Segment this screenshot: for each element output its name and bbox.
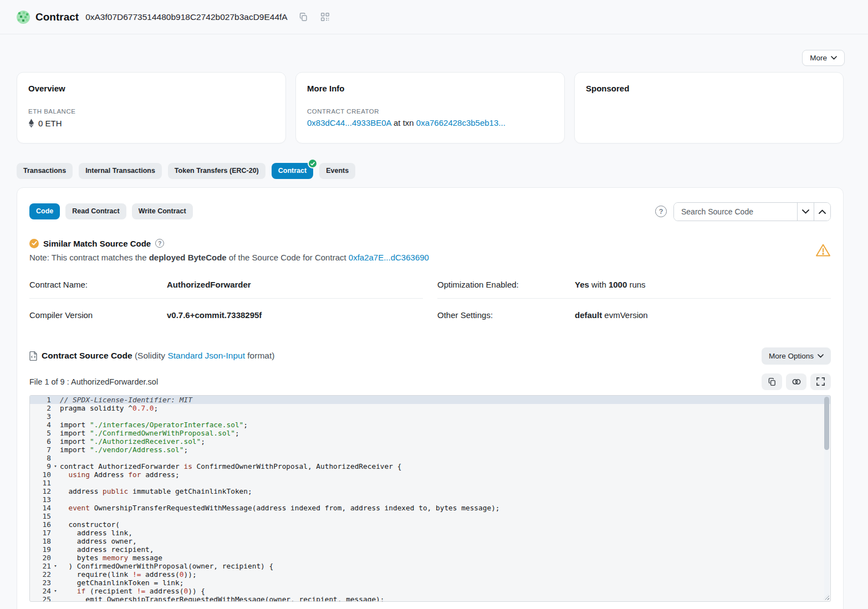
fold-arrow[interactable]: ▾ — [51, 562, 60, 570]
creator-address-link[interactable]: 0x83dC44...4933BE0A — [307, 118, 391, 127]
code-text: address owner, — [60, 537, 137, 545]
overview-card-title: Overview — [28, 84, 274, 93]
tab-label: Contract — [278, 167, 307, 175]
qr-code-button[interactable] — [319, 11, 331, 23]
fold-slot — [51, 446, 60, 454]
code-line: 23 getChainlinkToken = link; — [30, 579, 830, 587]
qr-icon — [320, 12, 330, 22]
code-line: 20 bytes memory message — [30, 554, 830, 562]
copy-source-button[interactable] — [762, 373, 782, 390]
more-button-label: More — [810, 54, 827, 62]
fold-arrow[interactable]: ▾ — [51, 462, 60, 470]
more-options-button[interactable]: More Options — [762, 347, 831, 365]
similar-match-block: Similar Match Source Code ? Note: This c… — [29, 239, 429, 262]
search-prev-button[interactable] — [814, 203, 830, 221]
tab-contract[interactable]: Contract — [272, 163, 313, 179]
code-line: 16 constructor( — [30, 520, 830, 529]
contract-address: 0xA3f07D6773514480b918C2742b027b3acD9E44… — [85, 12, 288, 22]
more-info-card: More Info CONTRACT CREATOR 0x83dC44...49… — [295, 72, 565, 144]
code-text: using Address for address; — [60, 470, 180, 479]
line-number: 7 — [30, 446, 51, 454]
link-icon — [792, 378, 801, 386]
code-line: 22 require(link != address(0)); — [30, 570, 830, 579]
line-number: 9 — [30, 462, 51, 470]
source-search-group — [673, 202, 831, 221]
line-number: 18 — [30, 537, 51, 545]
source-code-viewer[interactable]: 1// SPDX-License-Identifier: MIT2pragma … — [29, 395, 831, 602]
line-number: 23 — [30, 579, 51, 587]
copy-icon — [768, 377, 777, 386]
line-number: 5 — [30, 429, 51, 437]
tab-internal-transactions[interactable]: Internal Transactions — [79, 163, 162, 179]
fold-arrow[interactable]: ▾ — [51, 587, 60, 595]
meta-row: Contract Name:AuthorizedForwarder — [29, 277, 423, 298]
tab-transactions[interactable]: Transactions — [17, 163, 73, 179]
match-note: Note: This contract matches the deployed… — [29, 253, 429, 262]
fold-slot — [51, 537, 60, 545]
meta-value: v0.7.6+commit.7338295f — [167, 310, 262, 320]
contract-creator-label: CONTRACT CREATOR — [307, 108, 553, 115]
fold-slot — [51, 429, 60, 437]
line-number: 6 — [30, 437, 51, 446]
code-text: pragma solidity ^0.7.0; — [60, 404, 158, 412]
fold-slot — [51, 512, 60, 520]
line-number: 12 — [30, 487, 51, 495]
tab-events[interactable]: Events — [319, 163, 355, 179]
more-button[interactable]: More — [802, 50, 845, 66]
line-number: 11 — [30, 479, 51, 487]
fold-slot — [51, 412, 60, 421]
more-info-card-title: More Info — [307, 84, 553, 93]
summary-cards: Overview ETH BALANCE 0 ETH More Info CON… — [0, 66, 868, 144]
permalink-button[interactable] — [786, 373, 806, 390]
copy-address-button[interactable] — [298, 11, 309, 23]
code-line: 2pragma solidity ^0.7.0; — [30, 404, 830, 412]
creation-txn-link[interactable]: 0xa7662428c3b5eb13... — [416, 118, 506, 127]
fold-slot — [51, 545, 60, 554]
json-input-link[interactable]: Standard Json-Input — [167, 351, 245, 360]
line-number: 20 — [30, 554, 51, 562]
code-text: require(link != address(0)); — [60, 570, 197, 579]
search-next-button[interactable] — [797, 203, 814, 221]
help-icon[interactable]: ? — [655, 206, 667, 217]
file-info: File 1 of 9 : AuthorizedForwarder.sol — [29, 377, 158, 386]
line-number: 4 — [30, 421, 51, 429]
divider — [29, 298, 423, 299]
code-line: 18 address owner, — [30, 537, 830, 545]
eth-icon — [28, 119, 34, 128]
expand-button[interactable] — [810, 373, 831, 390]
line-number: 14 — [30, 504, 51, 512]
line-number: 16 — [30, 520, 51, 529]
note-bold: deployed ByteCode — [149, 253, 227, 262]
line-number: 24 — [30, 587, 51, 595]
subtab-code[interactable]: Code — [29, 203, 60, 219]
similar-match-title: Similar Match Source Code — [43, 239, 151, 248]
copy-icon — [299, 12, 308, 22]
subtab-read-contract[interactable]: Read Contract — [65, 203, 126, 219]
help-icon[interactable]: ? — [155, 239, 164, 248]
code-line: 19 address recipient, — [30, 545, 830, 554]
tab-token-transfers-erc-20[interactable]: Token Transfers (ERC-20) — [168, 163, 265, 179]
subtab-write-contract[interactable]: Write Contract — [132, 203, 193, 219]
line-number: 8 — [30, 454, 51, 462]
chevron-down-icon — [802, 209, 809, 214]
line-number: 17 — [30, 529, 51, 537]
warning-icon — [815, 243, 831, 257]
search-source-code-input[interactable] — [674, 203, 797, 221]
line-number: 13 — [30, 495, 51, 504]
code-line: 25 emit OwnershipTransferRequestedWithMe… — [30, 595, 830, 602]
chevron-down-icon — [831, 56, 837, 60]
contract-identicon — [17, 11, 30, 24]
code-line: 12 address public immutable getChainlink… — [30, 487, 830, 495]
fold-slot — [51, 421, 60, 429]
code-text: address public immutable getChainlinkTok… — [60, 487, 252, 495]
match-check-icon — [29, 239, 39, 248]
code-text: import "./AuthorizedReceiver.sol"; — [60, 437, 205, 446]
code-text: import "./ConfirmedOwnerWithProposal.sol… — [60, 429, 239, 437]
matched-contract-link[interactable]: 0xfa2a7E...dC363690 — [349, 253, 429, 262]
check-badge-icon — [309, 160, 316, 167]
chevron-down-icon — [818, 354, 824, 358]
code-scrollbar-thumb[interactable] — [824, 397, 829, 450]
tab-label: Token Transfers (ERC-20) — [175, 167, 259, 175]
code-scrollbar[interactable] — [824, 397, 829, 600]
tab-label: Events — [326, 167, 349, 175]
